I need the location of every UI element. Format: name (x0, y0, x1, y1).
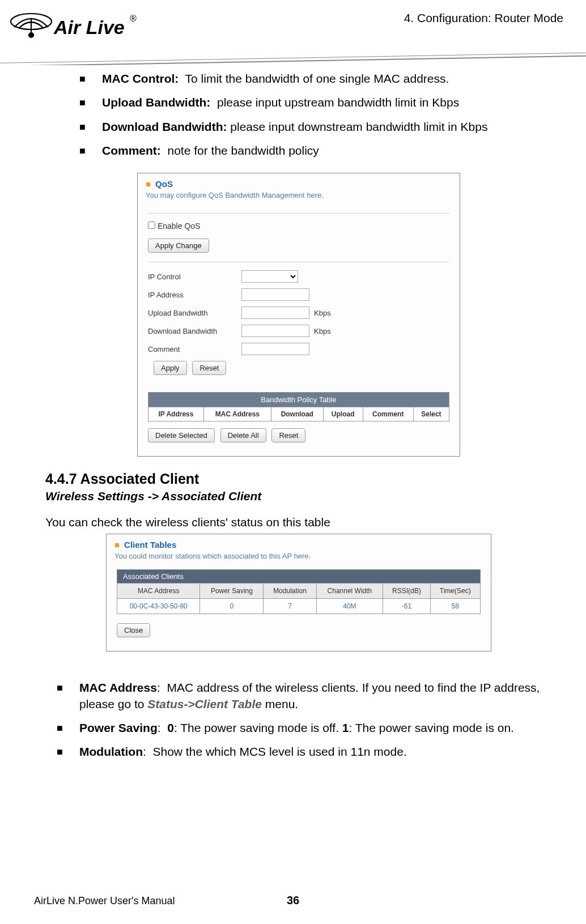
client-tables-desc: You could monitor stations which associa… (107, 552, 491, 567)
page-header: Air Live ® 4. Configuration: Router Mode (0, 0, 586, 65)
col-mac: MAC Address (203, 407, 271, 421)
associated-clients-table: MAC Address Power Saving Modulation Chan… (117, 583, 481, 614)
download-bw-input[interactable] (241, 325, 309, 337)
cell-modulation: 7 (264, 599, 316, 614)
bullet-mac-control: MAC Control: To limit the bandwidth of o… (79, 71, 552, 87)
chapter-title: 4. Configuration: Router Mode (404, 11, 563, 25)
ip-address-input[interactable] (241, 288, 309, 301)
client-tables-title: ■Client Tables (107, 534, 491, 552)
col-rssi: RSSI(dB) (383, 584, 430, 599)
apply-change-button[interactable]: Apply Change (148, 239, 209, 253)
page-footer: AirLive N.Power User's Manual 36 (0, 894, 586, 907)
form-button-row: Apply Reset (154, 361, 449, 380)
col-download: Download (271, 407, 323, 421)
cell-channel-width: 40M (316, 599, 383, 614)
bullet-download-bw: Download Bandwidth: please input downstr… (79, 119, 552, 135)
cell-mac: 00-0C-43-30-50-80 (117, 599, 200, 614)
page-content: MAC Control: To limit the bandwidth of o… (0, 65, 586, 760)
section-breadcrumb: Wireless Settings -> Associated Client (45, 489, 552, 503)
enable-qos-checkbox[interactable] (148, 222, 155, 229)
qos-panel-title: ■QoS (138, 173, 460, 191)
apply-button[interactable]: Apply (154, 361, 187, 375)
col-mac: MAC Address (117, 584, 200, 599)
reset-table-button[interactable]: Reset (271, 428, 305, 442)
qos-field-bullets: MAC Control: To limit the bandwidth of o… (79, 71, 552, 159)
bandwidth-policy-table-title: Bandwidth Policy Table (148, 392, 449, 407)
ip-control-select[interactable] (241, 270, 298, 283)
qos-panel-desc: You may configure QoS Bandwidth Manageme… (138, 191, 460, 206)
qos-screenshot: ■QoS You may configure QoS Bandwidth Man… (137, 173, 460, 457)
square-icon: ■ (114, 540, 120, 550)
bullet-comment: Comment: note for the bandwidth policy (79, 143, 552, 159)
table-header-row: IP Address MAC Address Download Upload C… (148, 407, 449, 421)
upload-bw-input[interactable] (241, 306, 309, 319)
logo: Air Live ® (9, 6, 139, 51)
svg-text:®: ® (130, 14, 137, 23)
divider (148, 213, 449, 214)
bullet-mac-address: MAC Address: MAC address of the wireless… (57, 680, 552, 712)
comment-input[interactable] (241, 343, 309, 355)
col-select: Select (413, 407, 449, 421)
bullet-upload-bw: Upload Bandwidth: please input upstream … (79, 95, 552, 110)
close-button[interactable]: Close (117, 623, 150, 637)
comment-row: Comment (148, 343, 449, 355)
bullet-modulation: Modulation: Show the which MCS level is … (57, 744, 552, 760)
section-intro: You can check the wireless clients' stat… (45, 516, 552, 529)
delete-selected-button[interactable]: Delete Selected (148, 428, 215, 442)
upload-bw-row: Upload Bandwidth Kbps (148, 306, 449, 319)
divider (148, 262, 449, 262)
table-header-row: MAC Address Power Saving Modulation Chan… (117, 584, 481, 599)
download-bw-row: Download Bandwidth Kbps (148, 325, 449, 337)
bandwidth-policy-table: IP Address MAC Address Download Upload C… (148, 407, 449, 421)
cell-rssi: -61 (383, 599, 430, 614)
cell-time: 58 (430, 599, 480, 614)
col-modulation: Modulation (264, 584, 316, 599)
cell-power-saving: 0 (200, 599, 264, 614)
client-field-bullets: MAC Address: MAC address of the wireless… (57, 680, 552, 760)
enable-qos-row: Enable QoS (148, 222, 449, 231)
col-upload: Upload (323, 407, 363, 421)
col-channel-width: Channel Width (316, 584, 383, 599)
bullet-power-saving: Power Saving: 0: The power saving mode i… (57, 720, 552, 736)
ip-address-row: IP Address (148, 288, 449, 301)
svg-text:Air Live: Air Live (53, 16, 125, 38)
svg-point-2 (29, 33, 33, 37)
header-divider (0, 48, 586, 65)
table-row: 00-0C-43-30-50-80 0 7 40M -61 58 (117, 599, 481, 614)
enable-qos-label: Enable QoS (158, 222, 201, 231)
square-icon: ■ (146, 179, 151, 189)
col-comment: Comment (363, 407, 413, 421)
reset-button[interactable]: Reset (192, 361, 226, 375)
table-button-row: Delete Selected Delete All Reset (148, 428, 449, 447)
col-time: Time(Sec) (430, 584, 480, 599)
section-heading: 4.4.7 Associated Client (45, 471, 552, 487)
associated-clients-title: Associated Clients (117, 569, 481, 583)
footer-manual-name: AirLive N.Power User's Manual (34, 895, 175, 907)
delete-all-button[interactable]: Delete All (220, 428, 266, 442)
col-ip: IP Address (148, 407, 204, 421)
ip-control-row: IP Control (148, 270, 449, 283)
client-tables-screenshot: ■Client Tables You could monitor station… (106, 534, 491, 652)
col-power-saving: Power Saving (200, 584, 264, 599)
